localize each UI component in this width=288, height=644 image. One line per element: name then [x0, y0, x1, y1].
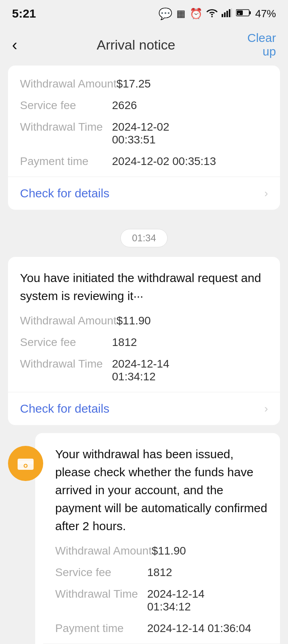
withdrawal-time-row-1: Withdrawal Time 2024-12-02 00:33:51: [20, 121, 268, 146]
svg-rect-3: [226, 11, 228, 17]
card-3-message: Your withdrawal has been issued, please …: [55, 445, 268, 535]
check-details-1[interactable]: Check for details ›: [20, 177, 268, 210]
chevron-right-icon-1: ›: [264, 187, 268, 200]
withdrawal-time-value-2: 2024-12-14 01:34:12: [112, 358, 169, 383]
withdrawal-time-label-3: Withdrawal Time: [55, 588, 147, 600]
withdrawal-amount-label-1: Withdrawal Amount: [20, 78, 116, 90]
withdrawal-time-label-2: Withdrawal Time: [20, 358, 112, 370]
game-icon: ▦: [176, 8, 186, 19]
card-1: Withdrawal Amount $17.25 Service fee 262…: [8, 66, 280, 210]
payment-time-value-3: 2024-12-14 01:36:04: [147, 622, 251, 635]
svg-rect-5: [231, 8, 232, 17]
service-fee-row-2: Service fee 1812: [20, 336, 268, 349]
back-button[interactable]: ‹: [12, 36, 36, 54]
check-details-link-1[interactable]: Check for details: [20, 187, 109, 200]
payment-time-label-1: Payment time: [20, 155, 112, 168]
service-fee-value-2: 1812: [112, 336, 137, 349]
withdrawal-amount-value-2: $11.90: [116, 314, 151, 327]
card-2-message: You have initiated the withdrawal reques…: [20, 269, 268, 305]
status-icons: 💬 ▦ ⏰ ● 47%: [158, 7, 276, 20]
svg-rect-15: [19, 468, 24, 469]
svg-rect-4: [229, 9, 230, 17]
header: ‹ Arrival notice Clear up: [0, 24, 288, 66]
svg-rect-11: [18, 461, 34, 464]
card-2: You have initiated the withdrawal reques…: [8, 257, 280, 425]
service-fee-value-1: 2626: [112, 99, 137, 112]
signal-icon: [222, 8, 232, 20]
check-details-2[interactable]: Check for details ›: [20, 392, 268, 425]
withdrawal-amount-row-2: Withdrawal Amount $11.90: [20, 314, 268, 327]
withdrawal-amount-value-3: $11.90: [152, 545, 186, 557]
service-fee-value-3: 1812: [147, 566, 172, 579]
withdrawal-time-row-2: Withdrawal Time 2024-12-14 01:34:12: [20, 358, 268, 383]
timestamp-text: 01:34: [120, 229, 168, 247]
withdrawal-time-label-1: Withdrawal Time: [20, 121, 112, 133]
status-bar: 5:21 💬 ▦ ⏰ ●: [0, 0, 288, 24]
timestamp-bubble: 01:34: [8, 229, 280, 247]
alarm-icon: ⏰: [190, 8, 202, 20]
service-fee-label-2: Service fee: [20, 336, 112, 349]
svg-rect-1: [222, 14, 223, 17]
status-time: 5:21: [12, 7, 36, 20]
withdrawal-amount-label-2: Withdrawal Amount: [20, 314, 116, 327]
withdrawal-time-value-3: 2024-12-14 01:34:12: [147, 588, 204, 613]
service-fee-row-3: Service fee 1812: [55, 566, 268, 579]
payment-time-row-1: Payment time 2024-12-02 00:35:13: [20, 155, 268, 168]
check-details-link-2[interactable]: Check for details: [20, 402, 109, 415]
card-3: Your withdrawal has been issued, please …: [35, 433, 280, 644]
chevron-right-icon-2: ›: [264, 402, 268, 415]
clear-up-button[interactable]: Clear up: [236, 31, 276, 58]
content-area: Withdrawal Amount $17.25 Service fee 262…: [0, 66, 288, 644]
payment-time-row-3: Payment time 2024-12-14 01:36:04: [55, 622, 268, 635]
battery-icon: ●: [236, 8, 251, 19]
withdrawal-time-row-3: Withdrawal Time 2024-12-14 01:34:12: [55, 588, 268, 613]
card-3-wrapper: Your withdrawal has been issued, please …: [8, 433, 280, 644]
battery-percent: 47%: [255, 8, 276, 20]
svg-text:●: ●: [238, 12, 240, 16]
withdrawal-amount-label-3: Withdrawal Amount: [55, 545, 152, 557]
page-title: Arrival notice: [97, 37, 176, 53]
payment-time-value-1: 2024-12-02 00:35:13: [112, 155, 216, 168]
withdrawal-time-value-1: 2024-12-02 00:33:51: [112, 121, 169, 146]
withdrawal-amount-row-3: Withdrawal Amount $11.90: [55, 545, 268, 557]
messenger-icon: 💬: [158, 7, 172, 20]
withdrawal-amount-value-1: $17.25: [116, 78, 151, 90]
svg-point-0: [211, 16, 213, 17]
withdrawal-icon: [8, 446, 43, 481]
withdrawal-amount-row-1: Withdrawal Amount $17.25: [20, 78, 268, 90]
svg-rect-2: [224, 12, 226, 17]
service-fee-label-3: Service fee: [55, 566, 147, 579]
wifi-icon: [206, 8, 218, 20]
payment-time-label-3: Payment time: [55, 622, 147, 635]
service-fee-row-1: Service fee 2626: [20, 99, 268, 112]
service-fee-label-1: Service fee: [20, 99, 112, 112]
svg-rect-7: [249, 11, 251, 14]
